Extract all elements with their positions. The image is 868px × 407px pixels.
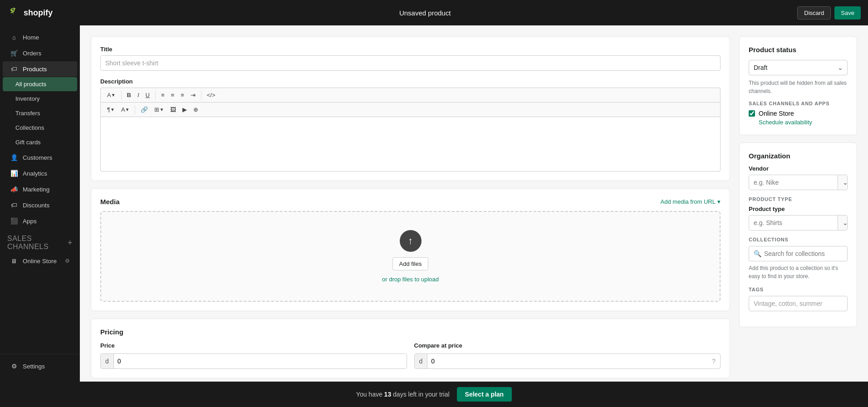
toolbar-underline-btn[interactable]: U (143, 90, 152, 100)
online-store-label: Online Store (759, 110, 794, 117)
add-sales-channel-icon[interactable]: + (68, 238, 73, 248)
add-media-chevron-icon: ▾ (717, 198, 721, 205)
status-hint: This product will be hidden from all sal… (749, 79, 848, 95)
compare-price-input-wrap: d ? (414, 353, 721, 369)
sidebar-item-inventory[interactable]: Inventory (3, 92, 77, 106)
compare-price-input[interactable] (427, 354, 707, 368)
select-plan-button[interactable]: Select a plan (457, 387, 512, 402)
collections-hint: Add this product to a collection so it's… (749, 264, 848, 280)
code-icon: </> (207, 92, 216, 98)
underline-icon: U (146, 92, 150, 98)
sidebar-item-all-products[interactable]: All products (3, 77, 77, 91)
sidebar-item-home[interactable]: ⌂ Home (3, 29, 77, 45)
collections-search-input[interactable] (764, 250, 843, 257)
add-files-button[interactable]: Add files (392, 257, 429, 270)
sidebar-label-orders: Orders (23, 50, 41, 57)
title-label: Title (100, 46, 721, 53)
price-input[interactable] (114, 354, 407, 368)
title-description-card: Title Description A ▼ B I U ≡ ≡ ≡ (91, 36, 730, 181)
pricing-grid: Price d Compare at price d ? (100, 342, 721, 369)
toolbar-align-right-btn[interactable]: ≡ (178, 90, 187, 100)
sales-channels-label: SALES CHANNELS (7, 235, 68, 251)
toolbar-indent-btn[interactable]: ⇥ (188, 90, 198, 100)
price-field: Price d (100, 342, 407, 369)
toolbar-align-left-btn[interactable]: ≡ (158, 90, 167, 100)
indent-icon: ⇥ (191, 92, 196, 98)
media-card: Media Add media from URL ▾ ↑ Add files o… (91, 188, 730, 311)
toolbar-align-center-btn[interactable]: ≡ (168, 90, 177, 100)
add-media-link[interactable]: Add media from URL ▾ (661, 198, 721, 205)
table-icon: ⊞ (154, 106, 159, 113)
sidebar-item-gift-cards[interactable]: Gift cards (3, 135, 77, 149)
product-type-input[interactable] (749, 216, 838, 230)
toolbar-link-btn[interactable]: 🔗 (138, 104, 151, 115)
vendor-field: Vendor ⌄ (749, 165, 848, 190)
toolbar-bold-btn[interactable]: B (124, 90, 134, 100)
customers-icon: 👤 (10, 153, 18, 162)
toolbar-italic-btn[interactable]: I (135, 90, 142, 100)
product-type-field: Product type ⌄ (749, 206, 848, 230)
sidebar-item-online-store[interactable]: 🖥 Online Store ⚙ (3, 253, 77, 269)
product-type-arrow-icon[interactable]: ⌄ (838, 216, 848, 230)
color-icon: A (121, 106, 125, 113)
online-store-settings-icon[interactable]: ⚙ (65, 258, 70, 264)
description-toolbar-row2: ¶ ▼ A ▼ 🔗 ⊞ ▼ 🖼 ▶ ⊕ (100, 102, 721, 117)
toolbar-color-btn[interactable]: A ▼ (118, 104, 132, 115)
sidebar-item-apps[interactable]: ⬛ Apps (3, 213, 77, 229)
description-editor[interactable] (100, 117, 721, 172)
sidebar-label-home: Home (23, 34, 39, 41)
vendor-input[interactable] (749, 175, 838, 190)
tags-input[interactable] (749, 296, 848, 311)
analytics-icon: 📊 (10, 169, 18, 177)
sidebar-item-orders[interactable]: 🛒 Orders (3, 45, 77, 61)
align-left-icon: ≡ (161, 92, 165, 98)
font-dropdown-icon: ▼ (111, 93, 116, 98)
settings-icon: ⚙ (10, 362, 18, 370)
tags-field (749, 296, 848, 311)
price-prefix: d (101, 354, 114, 368)
sidebar-item-settings[interactable]: ⚙ Settings (3, 358, 77, 374)
sidebar-item-products[interactable]: 🏷 Products (3, 61, 77, 77)
save-button[interactable]: Save (834, 6, 861, 20)
link-icon: 🔗 (141, 106, 148, 113)
schedule-availability-link[interactable]: Schedule availability (759, 119, 848, 126)
toolbar-video-btn[interactable]: ▶ (180, 104, 190, 115)
sidebar-item-marketing[interactable]: 📣 Marketing (3, 181, 77, 197)
toolbar-font-btn[interactable]: A ▼ (104, 90, 118, 100)
toolbar-code-btn[interactable]: </> (204, 90, 218, 100)
status-select-wrap: Draft Active ⌄ (749, 60, 848, 75)
compare-price-help-icon[interactable]: ? (707, 354, 720, 368)
sidebar-label-analytics: Analytics (23, 170, 47, 177)
product-type-label: Product type (749, 206, 848, 212)
sidebar-nav: ⌂ Home 🛒 Orders 🏷 Products All products … (0, 25, 80, 354)
sidebar-item-transfers[interactable]: Transfers (3, 106, 77, 120)
page-title: Unsaved product (399, 9, 451, 17)
toolbar-table-btn[interactable]: ⊞ ▼ (152, 104, 167, 115)
left-column: Title Description A ▼ B I U ≡ ≡ ≡ (91, 36, 730, 378)
sidebar: ⌂ Home 🛒 Orders 🏷 Products All products … (0, 25, 80, 382)
discard-button[interactable]: Discard (797, 6, 831, 20)
online-store-checkbox[interactable] (749, 110, 755, 117)
more-icon: ⊕ (193, 106, 198, 113)
collections-search[interactable]: 🔍 (749, 246, 848, 261)
description-toolbar-row1: A ▼ B I U ≡ ≡ ≡ ⇥ </> (100, 88, 721, 102)
title-input[interactable] (100, 55, 721, 71)
sidebar-label-products: Products (23, 66, 47, 73)
status-hint-text: This product will be hidden from all sal… (749, 80, 847, 94)
media-title: Media (100, 198, 120, 206)
sidebar-item-analytics[interactable]: 📊 Analytics (3, 166, 77, 181)
align-center-icon: ≡ (171, 92, 175, 98)
toolbar-more-btn[interactable]: ⊕ (191, 104, 201, 115)
sidebar-item-customers[interactable]: 👤 Customers (3, 150, 77, 165)
media-drop-zone[interactable]: ↑ Add files or drop files to upload (100, 211, 721, 302)
compare-price-prefix: d (415, 354, 428, 368)
product-status-select[interactable]: Draft Active (749, 60, 848, 75)
toolbar-paragraph-btn[interactable]: ¶ ▼ (104, 104, 118, 115)
sidebar-item-discounts[interactable]: 🏷 Discounts (3, 197, 77, 213)
sidebar-item-collections[interactable]: Collections (3, 121, 77, 135)
product-status-title: Product status (749, 46, 848, 54)
toolbar-image-btn[interactable]: 🖼 (167, 104, 179, 115)
logo-text: shopify (24, 8, 53, 18)
vendor-arrow-icon[interactable]: ⌄ (838, 175, 848, 190)
discounts-icon: 🏷 (10, 201, 18, 209)
